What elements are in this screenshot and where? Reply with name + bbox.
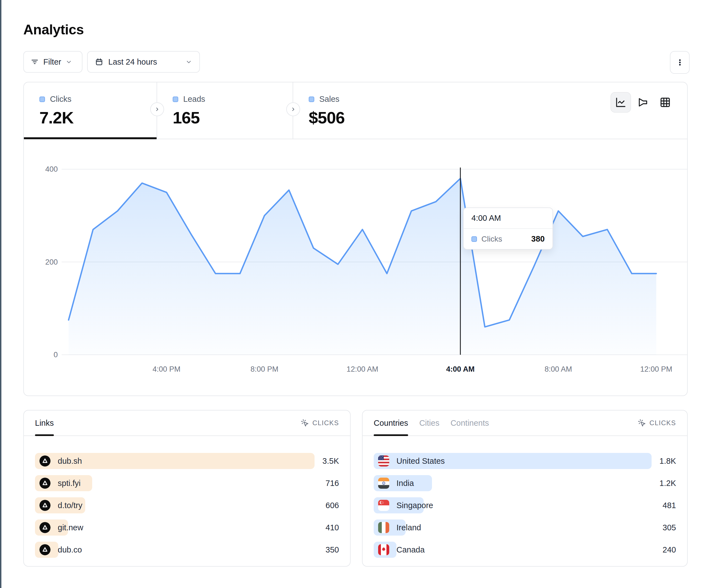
analytics-card: Clicks 7.2K Leads 165 Sales $506 xyxy=(23,82,688,396)
row-label: Canada xyxy=(396,545,425,555)
country-row[interactable]: India1.2K xyxy=(374,472,676,494)
chevron-down-icon xyxy=(66,59,72,65)
row-label: dub.sh xyxy=(58,456,82,466)
links-rows: dub.sh3.5Kspti.fyi716d.to/try606git.new4… xyxy=(24,436,350,561)
tab-cities[interactable]: Cities xyxy=(419,410,439,435)
country-row[interactable]: Canada240 xyxy=(374,539,676,561)
tab-continents[interactable]: Continents xyxy=(451,410,489,435)
window-edge-strip xyxy=(0,0,1,588)
row-value: 305 xyxy=(663,523,676,532)
row-label: dub.co xyxy=(58,545,82,555)
x-tick-label: 12:00 PM xyxy=(640,365,672,373)
metric-label: Clicks xyxy=(50,95,71,104)
country-row[interactable]: Ireland305 xyxy=(374,516,676,539)
metric-label: Sales xyxy=(319,95,340,104)
countries-panel-header: Countries Cities Continents CLICKS xyxy=(363,410,687,436)
row-content: d.to/try xyxy=(35,500,83,511)
clicks-area-chart[interactable]: 02004004:00 PM8:00 PM12:00 AM4:00 AM8:00… xyxy=(24,139,687,395)
more-options-button[interactable] xyxy=(670,51,690,74)
dub-logo-icon xyxy=(39,500,50,511)
countries-panel: Countries Cities Continents CLICKS Unite… xyxy=(362,410,688,567)
row-label: d.to/try xyxy=(58,501,83,510)
country-row[interactable]: United States1.8K xyxy=(374,450,676,472)
dub-logo-icon xyxy=(39,544,50,555)
x-tick-label: 8:00 AM xyxy=(544,365,572,373)
x-tick-label: 12:00 AM xyxy=(346,365,378,373)
row-content: United States xyxy=(374,455,445,467)
cursor-click-icon xyxy=(301,419,309,427)
row-value: 1.2K xyxy=(659,479,676,488)
link-row[interactable]: d.to/try606 xyxy=(35,494,339,516)
filter-button-label: Filter xyxy=(43,58,61,67)
link-row[interactable]: spti.fyi716 xyxy=(35,472,339,494)
chevron-right-icon xyxy=(154,106,160,112)
row-value: 481 xyxy=(663,501,676,510)
row-content: dub.sh xyxy=(35,455,82,467)
clicks-chart-area[interactable]: 02004004:00 PM8:00 PM12:00 AM4:00 AM8:00… xyxy=(24,139,687,395)
link-row[interactable]: git.new410 xyxy=(35,516,339,539)
chart-tooltip: 4:00 AM Clicks 380 xyxy=(463,207,553,250)
row-value: 410 xyxy=(326,523,339,532)
tab-countries[interactable]: Countries xyxy=(374,410,408,435)
clicks-swatch-icon xyxy=(39,96,45,102)
row-label: India xyxy=(396,479,414,488)
us-flag xyxy=(378,455,389,467)
dub-logo-icon xyxy=(39,455,50,467)
x-tick-label: 4:00 AM xyxy=(446,365,475,373)
links-tabs: Links xyxy=(35,410,54,435)
row-label: Singapore xyxy=(396,501,433,510)
row-value: 1.8K xyxy=(659,456,676,466)
countries-metric-label: CLICKS xyxy=(649,419,676,427)
y-tick-label: 0 xyxy=(53,350,58,359)
links-panel-header: Links CLICKS xyxy=(24,410,350,436)
sg-flag xyxy=(378,500,389,511)
tooltip-series-value: 380 xyxy=(531,234,545,244)
table-view-button[interactable] xyxy=(655,92,675,113)
tooltip-row: Clicks 380 xyxy=(464,229,553,249)
expand-leads-button[interactable] xyxy=(150,103,164,116)
metric-tabs-row: Clicks 7.2K Leads 165 Sales $506 xyxy=(24,82,687,139)
date-range-button[interactable]: Last 24 hours xyxy=(87,51,200,73)
filter-button[interactable]: Filter xyxy=(23,51,83,73)
row-label: Ireland xyxy=(396,523,421,532)
row-content: Ireland xyxy=(374,522,421,533)
link-row[interactable]: dub.co350 xyxy=(35,539,339,561)
chevron-right-icon xyxy=(290,106,296,112)
area-fill xyxy=(69,179,656,355)
metric-label: Leads xyxy=(183,95,205,104)
countries-metric-column[interactable]: CLICKS xyxy=(638,419,676,427)
cursor-click-icon xyxy=(638,419,646,427)
metric-value: 7.2K xyxy=(39,108,156,127)
row-value: 350 xyxy=(326,545,339,555)
chart-view-toggles xyxy=(610,92,675,113)
links-metric-label: CLICKS xyxy=(312,419,339,427)
expand-sales-button[interactable] xyxy=(286,103,300,116)
dub-logo-icon xyxy=(39,522,50,533)
metric-tab-leads[interactable]: Leads 165 xyxy=(157,82,293,139)
line-chart-view-button[interactable] xyxy=(610,92,631,113)
row-content: Singapore xyxy=(374,500,433,511)
line-chart-icon xyxy=(615,97,626,108)
x-tick-label: 8:00 PM xyxy=(251,365,278,373)
row-label: United States xyxy=(396,456,445,466)
funnel-view-button[interactable] xyxy=(633,92,653,113)
links-metric-column[interactable]: CLICKS xyxy=(301,419,339,427)
funnel-icon xyxy=(638,97,649,108)
analytics-page: Analytics Filter Last 24 hours Cli xyxy=(0,0,711,588)
country-row[interactable]: Singapore481 xyxy=(374,494,676,516)
tooltip-time: 4:00 AM xyxy=(464,208,553,229)
y-tick-label: 200 xyxy=(45,258,58,266)
row-content: git.new xyxy=(35,522,83,533)
ie-flag xyxy=(378,522,389,533)
countries-tabs: Countries Cities Continents xyxy=(374,410,489,435)
metric-tab-clicks[interactable]: Clicks 7.2K xyxy=(24,82,157,139)
tab-links[interactable]: Links xyxy=(35,410,54,435)
row-value: 3.5K xyxy=(322,456,339,466)
x-tick-label: 4:00 PM xyxy=(153,365,181,373)
in-flag xyxy=(378,478,389,489)
table-grid-icon xyxy=(660,97,671,108)
leads-swatch-icon xyxy=(173,96,178,102)
row-value: 606 xyxy=(326,501,339,510)
row-value: 716 xyxy=(326,479,339,488)
link-row[interactable]: dub.sh3.5K xyxy=(35,450,339,472)
